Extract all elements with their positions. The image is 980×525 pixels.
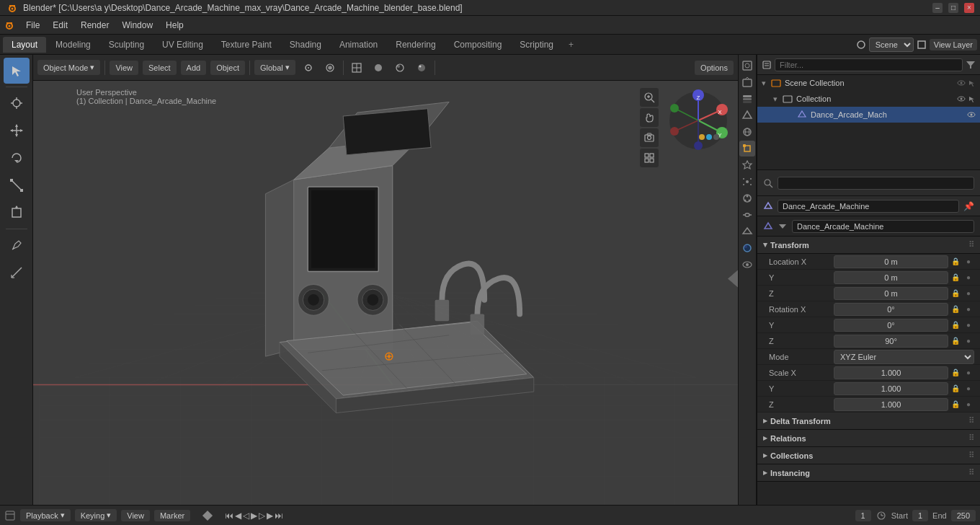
view-menu-timeline[interactable]: View xyxy=(121,510,150,521)
location-y-lock[interactable]: 🔒 xyxy=(950,272,961,283)
tab-uv-editing[interactable]: UV Editing xyxy=(153,37,212,53)
camera-button[interactable] xyxy=(640,128,659,147)
prop-tab-object-data[interactable] xyxy=(739,224,755,239)
menu-help[interactable]: Help xyxy=(160,19,190,32)
tab-modeling[interactable]: Modeling xyxy=(47,37,99,53)
scale-y-anim[interactable]: ● xyxy=(963,383,974,394)
tool-select[interactable] xyxy=(4,58,30,84)
scene-selector[interactable]: Scene xyxy=(869,38,914,52)
outliner-filter-icon[interactable] xyxy=(966,60,976,70)
data-name-field[interactable] xyxy=(792,220,974,233)
outliner-object-item[interactable]: Dance_Arcade_Mach xyxy=(757,107,980,123)
menu-edit[interactable]: Edit xyxy=(47,19,74,32)
instancing-section[interactable]: ▸ Instancing ⠿ xyxy=(757,464,980,482)
prev-keyframe-button[interactable]: ◁ xyxy=(243,511,249,521)
proportional-editing-icon[interactable] xyxy=(321,59,339,76)
location-y-field[interactable]: 0 m xyxy=(834,271,948,284)
playback-menu[interactable]: Playback ▾ xyxy=(20,509,71,521)
location-x-anim[interactable]: ● xyxy=(963,256,974,268)
tool-cursor[interactable] xyxy=(4,90,30,116)
tab-rendering[interactable]: Rendering xyxy=(387,37,444,53)
options-button[interactable]: Options xyxy=(695,61,734,75)
grid-button[interactable] xyxy=(640,149,659,167)
maximize-button[interactable]: □ xyxy=(948,3,958,13)
view-layer-label[interactable]: View Layer xyxy=(930,39,977,50)
zoom-in-button[interactable] xyxy=(640,88,659,107)
menu-window[interactable]: Window xyxy=(116,19,159,32)
menu-render[interactable]: Render xyxy=(75,19,115,32)
prop-tab-constraints[interactable] xyxy=(739,207,755,223)
rotation-y-field[interactable]: 0° xyxy=(834,319,948,332)
prop-tab-material[interactable] xyxy=(739,240,755,256)
add-workspace-button[interactable]: + xyxy=(563,37,579,53)
rotation-x-field[interactable]: 0° xyxy=(834,303,948,316)
collections-section[interactable]: ▸ Collections ⠿ xyxy=(757,447,980,464)
menu-file[interactable]: File xyxy=(20,19,45,32)
collection-select-icon[interactable] xyxy=(967,94,976,103)
current-frame-field[interactable]: 1 xyxy=(855,510,871,521)
panel-collapse-arrow[interactable] xyxy=(728,270,738,290)
tab-animation[interactable]: Animation xyxy=(331,37,386,53)
location-z-field[interactable]: 0 m xyxy=(834,287,948,300)
transform-section-header[interactable]: ▾ Transform ⠿ xyxy=(757,237,980,254)
rotation-x-anim[interactable]: ● xyxy=(963,304,974,315)
close-button[interactable]: × xyxy=(964,3,974,13)
object-menu[interactable]: Object xyxy=(210,61,245,75)
tab-layout[interactable]: Layout xyxy=(3,37,46,53)
select-icon[interactable] xyxy=(967,79,976,87)
tool-rotate[interactable] xyxy=(4,145,30,171)
viewport-canvas[interactable] xyxy=(33,81,738,505)
jump-end-button[interactable]: ⏭ xyxy=(275,511,283,521)
prop-tab-world[interactable] xyxy=(739,124,755,140)
outliner-scene-collection[interactable]: ▾ Scene Collection xyxy=(757,75,980,91)
visibility-eye-icon[interactable] xyxy=(957,79,966,87)
viewport[interactable]: Object Mode ▾ View Select Add Object Glo… xyxy=(33,55,738,505)
select-menu[interactable]: Select xyxy=(143,61,177,75)
location-x-field[interactable]: 0 m xyxy=(834,255,948,268)
outliner-collection[interactable]: ▾ Collection xyxy=(757,91,980,107)
view-menu[interactable]: View xyxy=(110,61,138,75)
object-name-field[interactable] xyxy=(778,200,959,213)
object-mode-dropdown[interactable]: Object Mode ▾ xyxy=(37,60,100,75)
prop-tab-object[interactable] xyxy=(739,141,755,156)
next-keyframe-button[interactable]: ▷ xyxy=(259,511,265,521)
pin-button[interactable]: 📌 xyxy=(963,201,974,211)
viewport-shading-solid[interactable] xyxy=(370,59,387,76)
jump-start-button[interactable]: ⏮ xyxy=(225,511,233,521)
delta-transform-section[interactable]: ▸ Delta Transform ⠿ xyxy=(757,412,980,430)
properties-search[interactable] xyxy=(778,177,974,190)
viewport-shading-material[interactable] xyxy=(391,59,409,76)
tool-transform[interactable] xyxy=(4,200,30,226)
tab-compositing[interactable]: Compositing xyxy=(445,37,511,53)
scale-x-anim[interactable]: ● xyxy=(963,367,974,379)
navigation-gizmo[interactable]: X Y Z xyxy=(666,88,731,153)
prop-tab-modifiers[interactable] xyxy=(739,157,755,173)
location-y-anim[interactable]: ● xyxy=(963,272,974,283)
prop-tab-particles[interactable] xyxy=(739,174,755,190)
minimize-button[interactable]: – xyxy=(932,3,943,13)
location-x-lock[interactable]: 🔒 xyxy=(950,256,961,268)
viewport-shading-wireframe[interactable] xyxy=(348,59,365,76)
prop-tab-visibility[interactable] xyxy=(739,257,755,273)
scale-x-field[interactable]: 1.000 xyxy=(834,366,948,379)
data-dropdown-icon[interactable] xyxy=(778,221,788,231)
rotation-mode-select[interactable]: XYZ EulerXZY EulerYXZ EulerYZX EulerZXY … xyxy=(834,350,974,364)
tab-texture-paint[interactable]: Texture Paint xyxy=(213,37,280,53)
collection-visibility-icon[interactable] xyxy=(957,94,966,103)
transform-orientation[interactable]: Global ▾ xyxy=(254,60,295,75)
tool-move[interactable] xyxy=(4,118,30,144)
end-frame-field[interactable]: 250 xyxy=(951,510,976,521)
tab-scripting[interactable]: Scripting xyxy=(511,37,562,53)
grab-button[interactable] xyxy=(640,108,659,127)
tool-measure[interactable] xyxy=(4,260,30,286)
location-z-lock[interactable]: 🔒 xyxy=(950,288,961,299)
relations-section[interactable]: ▸ Relations ⠿ xyxy=(757,430,980,447)
scale-z-lock[interactable]: 🔒 xyxy=(950,399,961,410)
rotation-z-lock[interactable]: 🔒 xyxy=(950,335,961,347)
prop-tab-render[interactable] xyxy=(739,58,755,74)
tab-shading[interactable]: Shading xyxy=(281,37,330,53)
outliner-search[interactable] xyxy=(775,58,963,71)
prop-tab-physics[interactable] xyxy=(739,190,755,206)
prop-tab-view-layer[interactable] xyxy=(739,91,755,107)
start-frame-field[interactable]: 1 xyxy=(912,510,928,521)
